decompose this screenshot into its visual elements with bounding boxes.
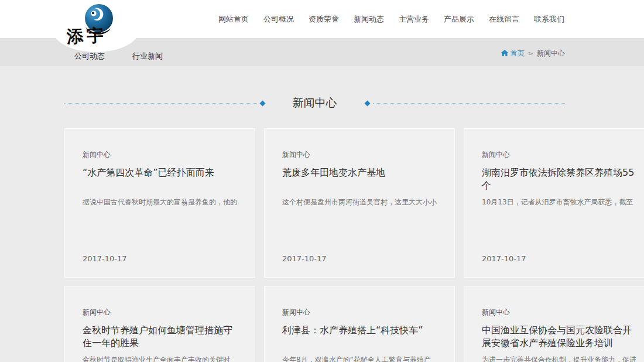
news-card[interactable]: 新闻中心 中国渔业互保协会与国元农险联合开展安徽省水产养殖保险业务培训 为进一步… bbox=[464, 286, 644, 362]
news-tag: 新闻中心 bbox=[282, 308, 437, 317]
news-date: 2017-10-17 bbox=[83, 254, 127, 263]
nav-item-contact[interactable]: 联系我们 bbox=[532, 11, 567, 28]
news-excerpt: 为进一步完善共保合作机制，提升业务能力，促进 bbox=[482, 355, 636, 362]
news-date: 2017-10-17 bbox=[282, 254, 327, 263]
news-title[interactable]: “水产第四次革命”已经扑面而来 bbox=[83, 166, 237, 193]
site-logo[interactable]: 添宇 bbox=[66, 2, 142, 61]
section-header: 新闻中心 bbox=[64, 95, 565, 111]
nav-item-message[interactable]: 在线留言 bbox=[487, 11, 522, 28]
dotted-line-right bbox=[373, 103, 566, 104]
news-tag: 新闻中心 bbox=[482, 150, 636, 160]
nav-item-business[interactable]: 主营业务 bbox=[396, 11, 431, 28]
page-title: 新闻中心 bbox=[293, 95, 337, 111]
diamond-icon bbox=[364, 100, 370, 106]
news-excerpt: 10月13日，记者从汨罗市畜牧水产局获悉，截至 bbox=[482, 197, 636, 207]
news-tag: 新闻中心 bbox=[83, 150, 237, 160]
nav-item-news[interactable]: 新闻动态 bbox=[351, 11, 386, 28]
news-tag: 新闻中心 bbox=[482, 308, 636, 317]
news-title[interactable]: 荒废多年田地变水产基地 bbox=[282, 166, 437, 193]
news-title[interactable]: 利津县：水产养殖搭上“科技快车” bbox=[282, 324, 437, 351]
news-tag: 新闻中心 bbox=[282, 150, 437, 160]
news-date: 2017-10-17 bbox=[482, 254, 526, 263]
news-excerpt: 金秋时节是取得渔业生产全面丰产丰收的关键时 bbox=[83, 355, 237, 362]
breadcrumb: 首页 > 新闻中心 bbox=[501, 46, 565, 59]
main-nav: 网站首页 公司概况 资质荣誉 新闻动态 主营业务 产品展示 在线留言 联系我们 bbox=[216, 0, 567, 38]
news-title[interactable]: 中国渔业互保协会与国元农险联合开展安徽省水产养殖保险业务培训 bbox=[482, 324, 636, 351]
news-card[interactable]: 新闻中心 湖南汨罗市依法拆除禁养区养殖场55个 10月13日，记者从汨罗市畜牧水… bbox=[464, 128, 644, 278]
dotted-line-left bbox=[64, 103, 257, 104]
news-card[interactable]: 新闻中心 荒废多年田地变水产基地 这个村便是盘州市两河街道吴官村，这里大大小小 … bbox=[264, 128, 455, 278]
breadcrumb-separator: > bbox=[528, 50, 533, 57]
news-tag: 新闻中心 bbox=[83, 308, 237, 317]
news-title[interactable]: 金秋时节养殖户如何鱼塘管理措施守住一年的胜果 bbox=[83, 324, 237, 351]
news-card[interactable]: 新闻中心 “水产第四次革命”已经扑面而来 据说中国古代春秋时期最大的富翁是养鱼的… bbox=[64, 128, 255, 278]
nav-item-honors[interactable]: 资质荣誉 bbox=[306, 11, 341, 28]
diamond-icon bbox=[259, 100, 265, 106]
breadcrumb-current: 新闻中心 bbox=[537, 49, 565, 59]
breadcrumb-home-label: 首页 bbox=[511, 49, 525, 59]
news-excerpt: 今年8月，双瀛水产的“花鲈全人工繁育与养殖产 bbox=[282, 355, 437, 362]
news-title[interactable]: 湖南汨罗市依法拆除禁养区养殖场55个 bbox=[482, 166, 636, 193]
breadcrumb-home-link[interactable]: 首页 bbox=[501, 49, 525, 59]
news-card[interactable]: 新闻中心 利津县：水产养殖搭上“科技快车” 今年8月，双瀛水产的“花鲈全人工繁育… bbox=[264, 286, 455, 362]
news-grid: 新闻中心 “水产第四次革命”已经扑面而来 据说中国古代春秋时期最大的富翁是养鱼的… bbox=[64, 128, 565, 362]
news-card[interactable]: 新闻中心 金秋时节养殖户如何鱼塘管理措施守住一年的胜果 金秋时节是取得渔业生产全… bbox=[64, 286, 255, 362]
logo-text: 添宇 bbox=[66, 24, 107, 49]
news-excerpt: 据说中国古代春秋时期最大的富翁是养鱼的，他的 bbox=[83, 197, 237, 207]
nav-item-home[interactable]: 网站首页 bbox=[216, 11, 251, 28]
nav-item-company[interactable]: 公司概况 bbox=[261, 11, 296, 28]
home-icon bbox=[501, 50, 508, 57]
nav-item-products[interactable]: 产品展示 bbox=[441, 11, 477, 28]
news-excerpt: 这个村便是盘州市两河街道吴官村，这里大大小小 bbox=[282, 197, 437, 207]
